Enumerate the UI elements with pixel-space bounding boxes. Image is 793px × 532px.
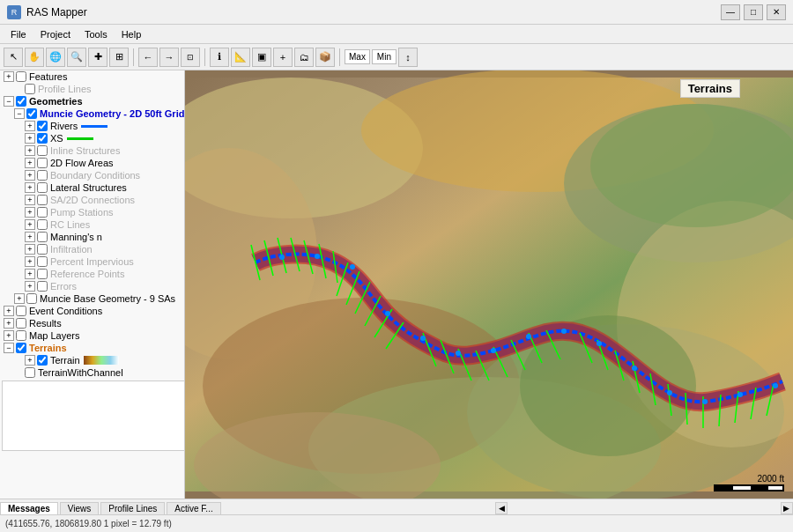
menu-project[interactable]: Project [33, 27, 78, 41]
refresh-tool[interactable]: ↕ [398, 48, 418, 67]
maplayers-checkbox[interactable] [16, 330, 26, 341]
infiltration-expand[interactable]: + [25, 244, 35, 255]
pump-checkbox[interactable] [37, 207, 48, 218]
rivers-item[interactable]: + Rivers [0, 120, 184, 132]
mannings-item[interactable]: + Manning's n [0, 231, 184, 243]
pump-item[interactable]: + Pump Stations [0, 206, 184, 218]
muncie-checkbox[interactable] [26, 108, 37, 119]
rc-item[interactable]: + RC Lines [0, 218, 184, 231]
flow2d-checkbox[interactable] [37, 158, 48, 168]
lateral-item[interactable]: + Lateral Structures [0, 181, 184, 194]
bnd-expand[interactable]: + [25, 170, 35, 181]
pointer-tool[interactable]: ↖ [4, 48, 23, 67]
back-tool[interactable]: ← [138, 48, 158, 67]
errors-checkbox[interactable] [37, 281, 48, 292]
features-expand[interactable]: + [4, 71, 14, 82]
inline-str-item[interactable]: + Inline Structures [0, 144, 184, 157]
menu-file[interactable]: File [4, 27, 33, 41]
tab-profile-lines[interactable]: Profile Lines [100, 502, 165, 514]
close-button[interactable]: ✕ [767, 4, 786, 20]
ref-item[interactable]: + Reference Points [0, 268, 184, 280]
features-group[interactable]: + Features [0, 70, 184, 83]
profile-lines-checkbox[interactable] [25, 84, 35, 94]
lateral-expand[interactable]: + [25, 182, 35, 193]
rivers-checkbox[interactable] [37, 121, 48, 131]
tab-scroll-left[interactable]: ◀ [495, 502, 508, 514]
pan-tool[interactable]: ✋ [25, 48, 44, 67]
ref-checkbox[interactable] [37, 269, 48, 279]
terrain-channel-checkbox[interactable] [25, 367, 35, 378]
sa2d-checkbox[interactable] [37, 195, 48, 205]
map-view[interactable]: Terrains 2000 ft [185, 70, 793, 499]
layers-tool[interactable]: 🗂 [294, 48, 314, 67]
xs-item[interactable]: + XS [0, 132, 184, 144]
mannings-checkbox[interactable] [37, 232, 48, 242]
add-tool[interactable]: + [273, 48, 293, 67]
sa2d-expand[interactable]: + [25, 195, 35, 205]
terrains-expand[interactable]: − [4, 343, 14, 353]
maplayers-group[interactable]: + Map Layers [0, 329, 184, 342]
muncie-geometry-group[interactable]: − Muncie Geometry - 2D 50ft Grid [0, 107, 184, 120]
ref-expand[interactable]: + [25, 269, 35, 279]
minimize-button[interactable]: — [721, 4, 740, 20]
muncie-expand[interactable]: − [14, 108, 25, 119]
select2-tool[interactable]: ▣ [252, 48, 271, 67]
pct-item[interactable]: + Percent Impervious [0, 255, 184, 268]
bnd-checkbox[interactable] [37, 170, 48, 181]
terrain-item[interactable]: + Terrain [0, 354, 184, 366]
pct-expand[interactable]: + [25, 256, 35, 267]
rc-expand[interactable]: + [25, 219, 35, 230]
xs-expand[interactable]: + [25, 133, 35, 144]
results-checkbox[interactable] [16, 318, 26, 329]
results-expand[interactable]: + [4, 318, 14, 329]
inline-expand[interactable]: + [25, 145, 35, 156]
rc-checkbox[interactable] [37, 219, 48, 230]
event-group[interactable]: + Event Conditions [0, 305, 184, 317]
terrains-group[interactable]: − Terrains [0, 342, 184, 354]
geometries-group[interactable]: − Geometries [0, 95, 184, 107]
forward-tool[interactable]: → [159, 48, 179, 67]
lateral-checkbox[interactable] [37, 182, 48, 193]
measure-tool[interactable]: 📐 [231, 48, 250, 67]
tab-scroll-right[interactable]: ▶ [781, 502, 793, 514]
rivers-expand[interactable]: + [25, 121, 35, 131]
maplayers-expand[interactable]: + [4, 330, 14, 341]
tab-active-f[interactable]: Active F... [167, 502, 220, 514]
select-tool[interactable]: ⊞ [109, 48, 129, 67]
menu-help[interactable]: Help [115, 27, 149, 41]
mannings-expand[interactable]: + [25, 232, 35, 242]
geometries-checkbox[interactable] [16, 96, 26, 107]
bnd-item[interactable]: + Boundary Conditions [0, 169, 184, 181]
event-expand[interactable]: + [4, 306, 14, 316]
export-tool[interactable]: 📦 [315, 48, 335, 67]
geometries-expand[interactable]: − [4, 96, 14, 107]
tab-messages[interactable]: Messages [0, 502, 58, 514]
flow2d-expand[interactable]: + [25, 158, 35, 168]
zoom-extent[interactable]: ⊡ [181, 48, 200, 67]
pump-expand[interactable]: + [25, 207, 35, 218]
move-tool[interactable]: ✚ [88, 48, 107, 67]
muncie-base-group[interactable]: + Muncie Base Geometry - 9 SAs [0, 292, 184, 305]
xs-checkbox[interactable] [37, 133, 48, 144]
zoom-in-tool[interactable]: 🔍 [67, 48, 86, 67]
identify-tool[interactable]: ℹ [210, 48, 229, 67]
terrain-checkbox[interactable] [37, 355, 48, 366]
errors-item[interactable]: + Errors [0, 280, 184, 292]
terrain-expand[interactable]: + [25, 355, 35, 366]
results-group[interactable]: + Results [0, 317, 184, 329]
sa2d-item[interactable]: + SA/2D Connections [0, 194, 184, 206]
flow2d-item[interactable]: + 2D Flow Areas [0, 157, 184, 169]
tab-views[interactable]: Views [60, 502, 100, 514]
errors-expand[interactable]: + [25, 281, 35, 292]
infiltration-item[interactable]: + Infiltration [0, 243, 184, 255]
event-checkbox[interactable] [16, 306, 26, 316]
features-checkbox[interactable] [16, 71, 26, 82]
globe-icon[interactable]: 🌐 [46, 48, 65, 67]
pct-checkbox[interactable] [37, 256, 48, 267]
menu-tools[interactable]: Tools [78, 27, 115, 41]
terrains-checkbox[interactable] [16, 343, 26, 353]
infiltration-checkbox[interactable] [37, 244, 48, 255]
muncie-base-expand[interactable]: + [14, 293, 25, 304]
terrain-channel-item[interactable]: TerrainWithChannel [0, 366, 184, 379]
maximize-button[interactable]: □ [744, 4, 763, 20]
